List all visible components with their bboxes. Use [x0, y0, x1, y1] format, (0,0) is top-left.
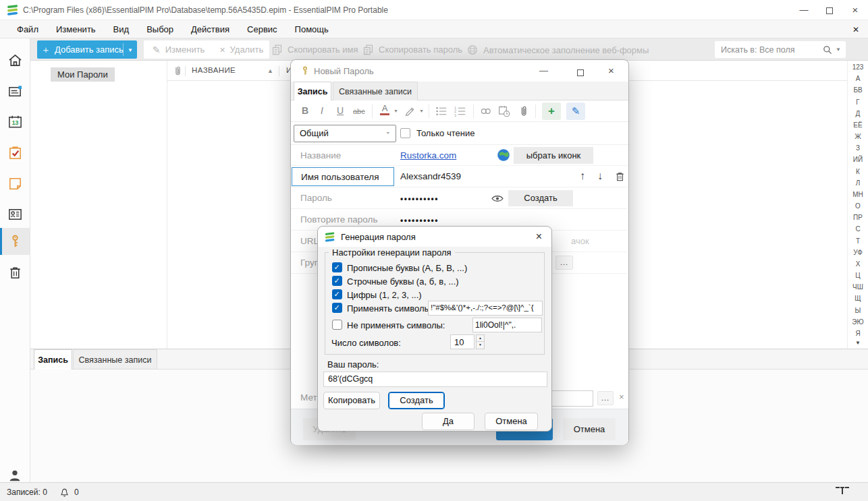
length-spin-up-icon[interactable]: ▲ [476, 334, 485, 342]
alpha-item[interactable]: ИЙ [853, 156, 863, 163]
alpha-item[interactable]: Т [856, 237, 860, 245]
alpha-item[interactable]: Л [856, 179, 861, 187]
italic-button[interactable]: I [321, 105, 323, 116]
calendar-clock-icon[interactable] [498, 105, 510, 117]
edit-fields-button[interactable]: ✎ [566, 102, 585, 120]
repeat-password-masked-value[interactable]: •••••••••• [400, 216, 439, 225]
copy-name-button[interactable]: Скопировать имя [271, 44, 358, 55]
digits-checkbox[interactable] [332, 289, 342, 299]
copy-password-button[interactable]: Копировать [323, 392, 380, 409]
username-value[interactable]: Alexsandr4539 [400, 171, 461, 181]
uppercase-checkbox[interactable] [332, 262, 342, 272]
menu-actions[interactable]: Действия [182, 20, 238, 38]
move-down-icon[interactable]: ↓ [597, 170, 603, 182]
alpha-item[interactable]: УФ [853, 249, 863, 256]
alpha-item[interactable]: Щ [855, 295, 861, 302]
bell-icon[interactable] [59, 487, 70, 498]
add-field-button[interactable]: + [542, 102, 561, 120]
alphabet-scroll-down-icon[interactable]: ▼ [848, 340, 868, 346]
alpha-item[interactable]: Ы [855, 307, 861, 314]
menu-edit[interactable]: Изменить [47, 20, 105, 38]
add-record-button[interactable]: + Добавить запись ▼ [37, 40, 137, 59]
alpha-item[interactable]: 123 [852, 63, 864, 71]
show-password-eye-icon[interactable] [491, 194, 504, 204]
menu-service[interactable]: Сервис [238, 20, 286, 38]
name-link[interactable]: Rustorka.com [400, 150, 456, 160]
readonly-checkbox[interactable] [400, 128, 410, 138]
tab-record[interactable]: Запись [34, 349, 72, 370]
tags-more-button[interactable]: ... [597, 391, 614, 405]
menu-file[interactable]: Файл [8, 20, 47, 38]
alpha-item[interactable]: ЧШ [852, 283, 863, 291]
lowercase-checkbox[interactable] [332, 276, 342, 286]
search-input[interactable]: Искать в: Все поля ▼ [715, 41, 846, 58]
alpha-item[interactable]: С [855, 225, 860, 233]
alpha-item[interactable]: МН [852, 191, 863, 198]
rail-item-notes[interactable] [0, 170, 30, 197]
close-button[interactable]: × [840, 0, 868, 20]
rail-item-calendar[interactable]: 13 [0, 108, 30, 135]
strikethrough-button[interactable]: abc [353, 107, 365, 115]
alpha-item[interactable]: Я [855, 330, 860, 337]
sort-asc-icon[interactable]: ▲ [267, 67, 273, 74]
search-options-chevron-icon[interactable]: ▼ [836, 47, 841, 53]
alpha-item[interactable]: А [856, 75, 861, 82]
alpha-item[interactable]: Д [856, 110, 861, 117]
menu-help[interactable]: Помощь [286, 20, 337, 38]
alpha-item[interactable]: З [856, 144, 860, 152]
copy-password-button[interactable]: Скопировать пароль [362, 44, 462, 55]
bold-button[interactable]: B [302, 105, 308, 116]
dialog-close-button[interactable]: × [608, 65, 614, 76]
dialog-minimize-button[interactable]: — [539, 65, 548, 76]
symbols-input[interactable]: !"#$%&'()*+,-./:;?<=>?@[\]^_`{ [428, 301, 543, 316]
alpha-item[interactable]: К [856, 168, 860, 175]
exclude-symbols-checkbox[interactable] [332, 320, 342, 330]
numbered-list-button[interactable]: 123 [454, 106, 466, 117]
underline-button[interactable]: U [337, 105, 344, 116]
edit-button[interactable]: ✎ Изменить [153, 45, 205, 55]
highlight-chevron-icon[interactable]: ▼ [419, 109, 424, 113]
highlight-button[interactable] [404, 106, 416, 117]
font-color-chevron-icon[interactable]: ▼ [394, 109, 398, 113]
dialog-tab-related[interactable]: Связанные записи [333, 82, 418, 100]
alpha-item[interactable]: О [855, 202, 861, 210]
insert-text-icon[interactable] [836, 487, 849, 494]
generate-password-button[interactable]: Создать [508, 190, 573, 206]
delete-field-icon[interactable] [614, 171, 626, 183]
username-label-focused[interactable]: Имя пользователя [292, 167, 394, 186]
paperclip-icon[interactable] [519, 105, 528, 117]
generated-password-input[interactable]: 68'(dCGgcq [323, 372, 547, 387]
rail-item-tasks[interactable] [0, 139, 30, 166]
tree-item-my-passwords[interactable]: Мои Пароли [51, 67, 115, 82]
move-up-icon[interactable]: ↑ [580, 170, 585, 182]
generator-ok-button[interactable]: Да [422, 413, 474, 430]
choose-icon-button[interactable]: ыбрать иконк [514, 147, 593, 164]
alpha-item[interactable]: ЭЮ [852, 318, 863, 326]
menu-view[interactable]: Вид [105, 20, 138, 38]
rail-item-contacts[interactable] [0, 200, 30, 227]
rail-item-passwords[interactable] [0, 228, 30, 255]
rail-item-mail[interactable] [0, 78, 30, 105]
dialog-tab-record[interactable]: Запись [294, 82, 331, 100]
password-masked-value[interactable]: •••••••••• [400, 194, 439, 204]
alpha-item[interactable]: ЕЁ [853, 121, 862, 129]
toolbar-close-icon[interactable]: ✕ [852, 25, 859, 34]
tab-related-records[interactable]: Связанные записи [73, 349, 157, 370]
menu-select[interactable]: Выбор [138, 20, 182, 38]
alpha-item[interactable]: Ж [855, 133, 861, 140]
category-select[interactable]: Общий [294, 125, 396, 142]
alpha-item[interactable]: БВ [853, 86, 862, 94]
rail-item-today[interactable] [0, 47, 30, 73]
rail-item-trash[interactable] [0, 259, 30, 286]
font-color-button[interactable]: A [380, 103, 389, 115]
chevron-down-icon[interactable]: ▼ [128, 47, 133, 53]
alpha-item[interactable]: ПР [853, 214, 863, 221]
attachment-column-icon[interactable] [173, 65, 183, 76]
alpha-item[interactable]: Х [856, 260, 861, 268]
search-icon[interactable] [822, 45, 833, 55]
length-spin-down-icon[interactable]: ▼ [476, 342, 485, 349]
group-more-button[interactable]: ... [555, 256, 573, 270]
tags-clear-icon[interactable]: × [619, 392, 624, 402]
alpha-item[interactable]: Ц [855, 272, 860, 279]
column-header-name[interactable]: НАЗВАНИЕ [192, 66, 236, 74]
